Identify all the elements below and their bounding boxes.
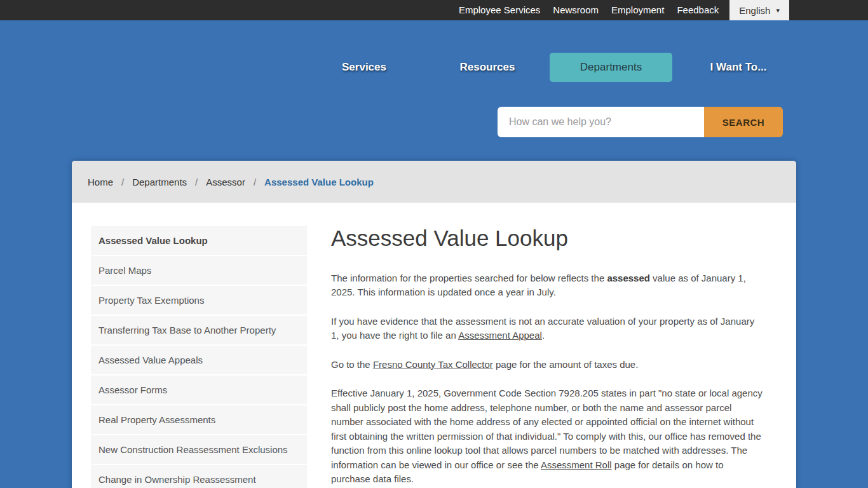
paragraph-3: Go to the Fresno County Tax Collector pa… bbox=[331, 358, 763, 372]
paragraph-4: Effective January 1, 2025, Government Co… bbox=[331, 386, 763, 487]
topbar-link-employment[interactable]: Employment bbox=[605, 0, 670, 20]
language-selector[interactable]: English ▾ bbox=[729, 0, 789, 20]
sidebar-menu: Assessed Value LookupParcel MapsProperty… bbox=[91, 226, 307, 488]
sidebar-item-parcel-maps[interactable]: Parcel Maps bbox=[91, 256, 307, 285]
nav-item-i-want-to[interactable]: I Want To... bbox=[700, 53, 776, 82]
language-label: English bbox=[739, 5, 770, 16]
search-button[interactable]: SEARCH bbox=[704, 107, 783, 137]
nav-item-resources[interactable]: Resources bbox=[427, 53, 548, 82]
nav-item-services[interactable]: Services bbox=[316, 53, 412, 82]
page-title: Assessed Value Lookup bbox=[331, 226, 763, 251]
page-card: Home/Departments/Assessor/Assessed Value… bbox=[72, 161, 796, 488]
site-search: SEARCH bbox=[498, 107, 783, 137]
page-paragraphs: The information for the properties searc… bbox=[331, 271, 763, 487]
paragraph-2: If you have evidence that the assessment… bbox=[331, 315, 763, 343]
assessment-roll-link[interactable]: Assessment Roll bbox=[541, 459, 612, 470]
top-utility-bar: Employee ServicesNewsroomEmploymentFeedb… bbox=[0, 0, 868, 20]
fresno-county-tax-collector-link[interactable]: Fresno County Tax Collector bbox=[373, 359, 493, 370]
sidebar-item-assessed-value-appeals[interactable]: Assessed Value Appeals bbox=[91, 346, 307, 374]
emphasis-text: assessed bbox=[607, 273, 650, 283]
sidebar-item-change-in-ownership-reassessment-exclusions[interactable]: Change in Ownership Reassessment Exclusi… bbox=[91, 465, 307, 488]
content-area: Assessed Value LookupParcel MapsProperty… bbox=[72, 203, 796, 488]
assessment-appeal-link[interactable]: Assessment Appeal bbox=[458, 330, 542, 341]
sidebar-item-transferring-tax-base-to-another-property[interactable]: Transferring Tax Base to Another Propert… bbox=[91, 316, 307, 344]
topbar-links: Employee ServicesNewsroomEmploymentFeedb… bbox=[452, 0, 725, 20]
breadcrumb-link-home[interactable]: Home bbox=[88, 177, 113, 187]
main-content: Assessed Value Lookup The information fo… bbox=[331, 226, 763, 488]
breadcrumb-separator: / bbox=[254, 177, 256, 187]
site-header: ServicesResourcesDepartmentsI Want To...… bbox=[0, 20, 868, 161]
topbar-link-newsroom[interactable]: Newsroom bbox=[546, 0, 605, 20]
breadcrumb: Home/Departments/Assessor/Assessed Value… bbox=[72, 161, 796, 203]
sidebar-item-assessed-value-lookup[interactable]: Assessed Value Lookup bbox=[91, 226, 307, 255]
breadcrumb-separator: / bbox=[121, 177, 124, 187]
chevron-down-icon: ▾ bbox=[776, 6, 780, 15]
main-nav: ServicesResourcesDepartmentsI Want To... bbox=[316, 53, 776, 82]
paragraph-1: The information for the properties searc… bbox=[331, 271, 763, 300]
topbar-link-feedback[interactable]: Feedback bbox=[670, 0, 725, 20]
breadcrumb-link-departments[interactable]: Departments bbox=[132, 177, 187, 187]
breadcrumb-current: Assessed Value Lookup bbox=[264, 177, 374, 187]
sidebar-item-assessor-forms[interactable]: Assessor Forms bbox=[91, 376, 307, 404]
nav-item-departments[interactable]: Departments bbox=[550, 53, 672, 82]
sidebar-item-property-tax-exemptions[interactable]: Property Tax Exemptions bbox=[91, 286, 307, 315]
sidebar-item-new-construction-reassessment-exclusions[interactable]: New Construction Reassessment Exclusions bbox=[91, 435, 307, 464]
breadcrumb-link-assessor[interactable]: Assessor bbox=[206, 177, 245, 187]
breadcrumb-separator: / bbox=[195, 177, 198, 187]
search-input[interactable] bbox=[498, 107, 704, 137]
sidebar-item-real-property-assessments[interactable]: Real Property Assessments bbox=[91, 405, 307, 434]
topbar-link-employee-services[interactable]: Employee Services bbox=[452, 0, 546, 20]
